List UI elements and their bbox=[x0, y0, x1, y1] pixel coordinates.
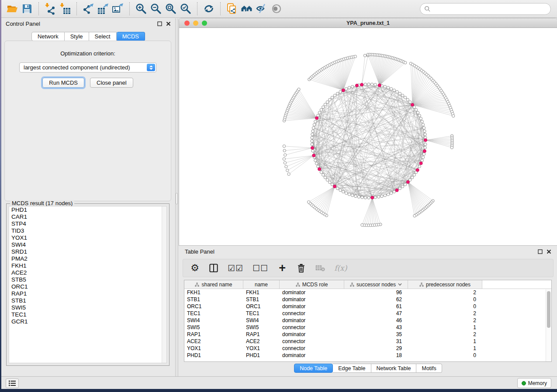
memory-button[interactable]: Memory bbox=[517, 378, 551, 388]
network-window-titlebar[interactable]: YPA_prune.txt_1 bbox=[179, 18, 557, 28]
table-row[interactable]: RAP1RAP1dominator352 bbox=[184, 331, 551, 338]
tab-select[interactable]: Select bbox=[89, 32, 117, 41]
tab-mcds[interactable]: MCDS bbox=[117, 32, 145, 41]
result-node-item[interactable]: FKH1 bbox=[9, 262, 166, 269]
search-input[interactable] bbox=[433, 6, 547, 12]
table-row[interactable]: ACE2ACE2connector311 bbox=[184, 338, 551, 345]
zoom-selected-icon[interactable] bbox=[178, 1, 193, 16]
float-panel-icon[interactable] bbox=[157, 21, 162, 26]
table-cell: dominator bbox=[280, 317, 344, 323]
table-row[interactable]: SWI4SWI4dominator462 bbox=[184, 317, 551, 324]
run-mcds-button[interactable]: Run MCDS bbox=[42, 78, 84, 88]
result-node-item[interactable]: PHD1 bbox=[9, 206, 166, 213]
table-tabs: Node TableEdge TableNetwork TableMotifs bbox=[179, 364, 557, 373]
result-node-item[interactable]: ORC1 bbox=[9, 283, 166, 290]
table-row[interactable]: STB1STB1dominator620 bbox=[184, 296, 551, 303]
result-node-item[interactable]: TID3 bbox=[9, 227, 166, 234]
optimization-criterion-label: Optimization criterion: bbox=[5, 50, 171, 57]
table-scrollbar-thumb[interactable] bbox=[547, 291, 550, 328]
table-row[interactable]: PHD1PHD1dominator180 bbox=[184, 352, 551, 359]
result-node-item[interactable]: STP4 bbox=[9, 220, 166, 227]
main-toolbar bbox=[1, 0, 557, 18]
task-history-button[interactable] bbox=[6, 378, 19, 388]
result-node-item[interactable]: TEC1 bbox=[9, 311, 166, 318]
result-node-item[interactable]: SWI4 bbox=[9, 241, 166, 248]
vertical-splitter[interactable] bbox=[175, 18, 178, 376]
result-node-item[interactable]: ACE2 bbox=[9, 269, 166, 276]
table-cell: 2 bbox=[408, 331, 482, 337]
select-all-icon[interactable]: ☑☑ bbox=[228, 262, 243, 274]
column-header-MCDS-role[interactable]: MCDS role bbox=[280, 280, 344, 289]
zoom-in-icon[interactable] bbox=[134, 1, 149, 16]
close-panel-icon[interactable] bbox=[166, 21, 171, 26]
result-node-item[interactable]: GCR1 bbox=[9, 318, 166, 325]
column-header-successor-nodes[interactable]: successor nodes bbox=[344, 280, 408, 289]
column-type-icon bbox=[195, 282, 199, 287]
table-cell: connector bbox=[280, 324, 344, 330]
result-node-item[interactable]: CAR1 bbox=[9, 213, 166, 220]
result-node-item[interactable]: PMA2 bbox=[9, 255, 166, 262]
mcds-result-list[interactable]: PHD1CAR1STP4TID3YOX1SWI4SRD1PMA2FKH1ACE2… bbox=[9, 206, 167, 363]
export-table-icon[interactable] bbox=[96, 1, 111, 16]
hide-graphics-details-icon[interactable] bbox=[254, 1, 269, 16]
table-row[interactable]: SWI5SWI5connector431 bbox=[184, 324, 551, 331]
control-panel-header: Control Panel bbox=[1, 18, 175, 29]
column-header-shared-name[interactable]: shared name bbox=[184, 280, 243, 289]
result-node-item[interactable]: SRD1 bbox=[9, 248, 166, 255]
show-graphics-details-icon[interactable] bbox=[269, 1, 284, 16]
table-cell: 18 bbox=[344, 352, 408, 358]
table-cell: dominator bbox=[280, 331, 344, 337]
deselect-all-icon[interactable]: ☐☐ bbox=[253, 262, 268, 274]
tab-network[interactable]: Network bbox=[31, 32, 65, 41]
result-list-scrollbar[interactable] bbox=[162, 206, 166, 363]
tab-style[interactable]: Style bbox=[65, 32, 89, 41]
import-table-icon[interactable] bbox=[58, 1, 73, 16]
delete-table-icon bbox=[315, 262, 325, 274]
control-panel-tabs: NetworkStyleSelectMCDS bbox=[1, 32, 175, 41]
refresh-layout-icon[interactable] bbox=[201, 1, 216, 16]
table-cell: TEC1 bbox=[243, 310, 280, 316]
tab-node-table[interactable]: Node Table bbox=[294, 364, 333, 373]
show-columns-icon[interactable] bbox=[209, 262, 218, 274]
column-header-name[interactable]: name bbox=[243, 280, 280, 289]
result-node-item[interactable]: SWI5 bbox=[9, 304, 166, 311]
add-column-icon[interactable]: + bbox=[277, 262, 287, 274]
table-row[interactable]: YOX1YOX1connector291 bbox=[184, 345, 551, 352]
open-file-icon[interactable] bbox=[5, 1, 20, 16]
import-network-icon[interactable] bbox=[43, 1, 58, 16]
app-window: Control Panel NetworkStyleSelectMCDS Opt… bbox=[1, 0, 557, 389]
toolbar-separator bbox=[38, 2, 39, 15]
clone-network-icon[interactable] bbox=[225, 1, 239, 16]
table-row[interactable]: FKH1FKH1dominator962 bbox=[184, 289, 551, 296]
close-panel-icon[interactable] bbox=[547, 249, 551, 254]
save-session-icon[interactable] bbox=[20, 1, 35, 16]
table-toolbar: ⚙ ☑☑ ☐☐ + f(x) bbox=[183, 259, 554, 277]
node-table[interactable]: shared namenameMCDS rolesuccessor nodesp… bbox=[184, 280, 552, 362]
table-cell: 43 bbox=[344, 324, 408, 330]
first-neighbors-icon[interactable] bbox=[239, 1, 254, 16]
tab-edge-table[interactable]: Edge Table bbox=[333, 364, 371, 373]
zoom-out-icon[interactable] bbox=[149, 1, 163, 16]
criterion-select[interactable]: largest connected component (undirected) bbox=[19, 62, 156, 72]
table-cell: RAP1 bbox=[184, 331, 243, 337]
float-panel-icon[interactable] bbox=[538, 249, 543, 254]
result-node-item[interactable]: STB5 bbox=[9, 276, 166, 283]
zoom-fit-icon[interactable] bbox=[163, 1, 178, 16]
tab-network-table[interactable]: Network Table bbox=[371, 364, 417, 373]
network-canvas[interactable] bbox=[179, 28, 557, 245]
result-node-item[interactable]: YOX1 bbox=[9, 234, 166, 241]
delete-column-icon[interactable] bbox=[296, 262, 306, 274]
column-header-predecessor-nodes[interactable]: predecessor nodes bbox=[408, 280, 482, 289]
splitter-grip[interactable] bbox=[176, 193, 178, 204]
export-image-icon[interactable] bbox=[111, 1, 125, 16]
export-network-icon[interactable] bbox=[81, 1, 96, 16]
table-row[interactable]: TEC1TEC1connector472 bbox=[184, 310, 551, 317]
result-node-item[interactable]: RAP1 bbox=[9, 290, 166, 297]
table-row[interactable]: ORC1ORC1dominator610 bbox=[184, 303, 551, 310]
close-panel-button[interactable]: Close panel bbox=[90, 78, 133, 88]
tab-motifs[interactable]: Motifs bbox=[416, 364, 442, 373]
table-scrollbar[interactable] bbox=[546, 289, 551, 361]
search-box[interactable] bbox=[420, 3, 551, 15]
table-settings-gear-icon[interactable]: ⚙ bbox=[190, 262, 200, 274]
result-node-item[interactable]: STB1 bbox=[9, 297, 166, 304]
